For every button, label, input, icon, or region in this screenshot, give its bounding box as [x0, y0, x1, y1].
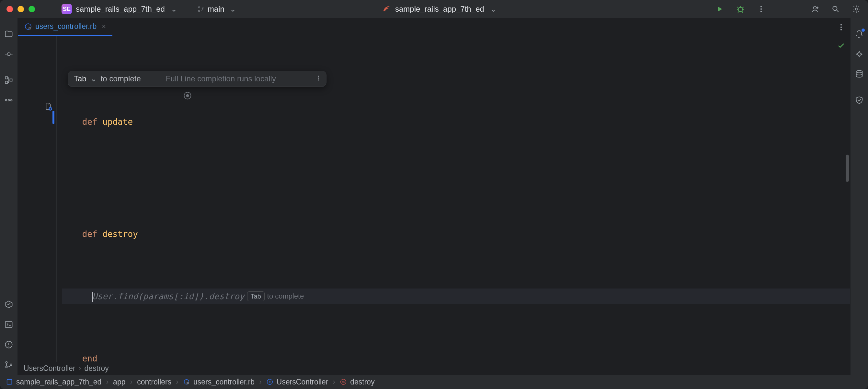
debug-button[interactable] [735, 4, 746, 14]
notifications-icon[interactable] [852, 27, 866, 41]
ruby-file-icon [183, 378, 190, 385]
svg-point-19 [5, 361, 7, 363]
more-tools-icon[interactable] [2, 93, 16, 107]
window-maximize[interactable] [29, 6, 35, 12]
status-class[interactable]: c UsersController [263, 378, 332, 386]
svg-point-3 [739, 7, 743, 12]
project-badge: SE [62, 4, 72, 14]
problems-tool-icon[interactable] [2, 338, 16, 352]
svg-point-4 [761, 6, 762, 7]
chevron-down-icon: ⌄ [490, 4, 497, 13]
status-text: users_controller.rb [193, 378, 254, 386]
run-config-name[interactable]: sample_rails_app_7th_ed [395, 4, 484, 13]
svg-point-16 [11, 100, 12, 101]
structure-tool-icon[interactable] [2, 73, 16, 87]
window-close[interactable] [6, 6, 13, 12]
statusbar: sample_rails_app_7th_ed › app › controll… [0, 375, 868, 389]
svg-point-26 [840, 29, 842, 30]
completion-tooltip[interactable]: Tab ⌄ to complete Full Line completion r… [68, 71, 327, 87]
svg-point-8 [833, 6, 837, 10]
terminal-tool-icon[interactable] [2, 318, 16, 331]
svg-text:c: c [269, 380, 271, 384]
run-button[interactable] [714, 4, 725, 14]
editor-breadcrumb[interactable]: UsersController › destroy [18, 362, 850, 375]
close-tab-icon[interactable]: × [102, 22, 106, 31]
code-with-me-icon[interactable] [810, 4, 820, 14]
svg-point-1 [198, 10, 200, 12]
svg-point-24 [840, 24, 842, 25]
svg-point-20 [5, 366, 7, 368]
shield-icon[interactable] [852, 93, 866, 107]
chevron-down-icon: ⌄ [229, 4, 236, 13]
chevron-down-icon: ⌄ [171, 4, 177, 13]
vcs-tool-icon[interactable] [2, 358, 16, 371]
tooltip-more-icon[interactable] [285, 55, 321, 102]
chevron-down-icon[interactable]: ⌄ [90, 71, 97, 87]
local-icon [153, 74, 162, 83]
project-selector[interactable]: SE sample_rails_app_7th_ed ⌄ [59, 3, 180, 16]
svg-point-29 [187, 95, 189, 97]
tab-more-icon[interactable] [836, 22, 846, 32]
crumb-class[interactable]: UsersController [24, 364, 75, 373]
svg-point-7 [814, 6, 816, 9]
keyword: end [82, 351, 97, 362]
status-file[interactable]: users_controller.rb [180, 378, 258, 386]
svg-point-14 [5, 100, 7, 101]
svg-point-32 [318, 79, 319, 80]
keyword: def [82, 114, 97, 130]
status-folder[interactable]: controllers [134, 378, 175, 386]
tooltip-text: to complete [101, 71, 141, 87]
search-icon[interactable] [831, 4, 841, 14]
ruby-file-icon [24, 23, 32, 30]
tooltip-subtext: Full Line completion runs locally [166, 71, 276, 87]
add-file-gutter-icon[interactable] [44, 102, 53, 111]
status-text: UsersController [277, 378, 329, 386]
method-name: destroy [102, 226, 138, 242]
svg-rect-34 [7, 380, 12, 385]
more-actions-icon[interactable] [756, 4, 766, 14]
status-sep: › [332, 378, 337, 386]
status-sep: › [104, 378, 110, 386]
services-tool-icon[interactable] [2, 298, 16, 311]
settings-icon[interactable] [851, 4, 862, 14]
svg-point-6 [761, 11, 762, 12]
status-method[interactable]: m destroy [337, 378, 378, 386]
cursor [92, 292, 93, 302]
project-name: sample_rails_app_7th_ed [76, 4, 165, 13]
branch-icon [197, 5, 205, 12]
ghost-text: User.find(params[:id]).destroy [92, 288, 245, 304]
status-sep: › [129, 378, 134, 386]
separator [147, 75, 147, 83]
svg-rect-17 [5, 322, 12, 328]
editor-tab[interactable]: users_controller.rb × [18, 18, 113, 36]
status-text: controllers [137, 378, 171, 386]
svg-point-9 [856, 8, 858, 10]
project-tool-icon[interactable] [2, 27, 16, 41]
svg-point-2 [202, 7, 204, 9]
status-text: destroy [350, 378, 374, 386]
svg-point-30 [318, 76, 319, 77]
inline-hint: to complete [267, 288, 304, 304]
gutter [18, 36, 57, 362]
method-icon: m [340, 378, 347, 385]
svg-rect-13 [10, 79, 12, 81]
crumb-method[interactable]: destroy [84, 364, 108, 373]
status-folder[interactable]: app [110, 378, 129, 386]
crumb-sep: › [79, 364, 81, 373]
svg-point-0 [198, 6, 200, 8]
status-sep: › [175, 378, 180, 386]
module-icon [6, 378, 13, 385]
commit-tool-icon[interactable] [2, 47, 16, 61]
svg-point-5 [761, 8, 762, 10]
database-icon[interactable] [852, 67, 866, 81]
svg-rect-12 [5, 81, 8, 84]
git-branch-selector[interactable]: main ⌄ [197, 4, 236, 13]
method-name: update [102, 114, 133, 130]
ai-assistant-icon[interactable] [852, 47, 866, 61]
tooltip-kbd: Tab [74, 71, 87, 87]
code-editor[interactable]: class UsersController < ApplicationContr… [18, 36, 850, 362]
status-project[interactable]: sample_rails_app_7th_ed [3, 378, 104, 386]
window-minimize[interactable] [18, 6, 24, 12]
tab-filename: users_controller.rb [35, 22, 96, 31]
svg-point-15 [8, 100, 10, 101]
